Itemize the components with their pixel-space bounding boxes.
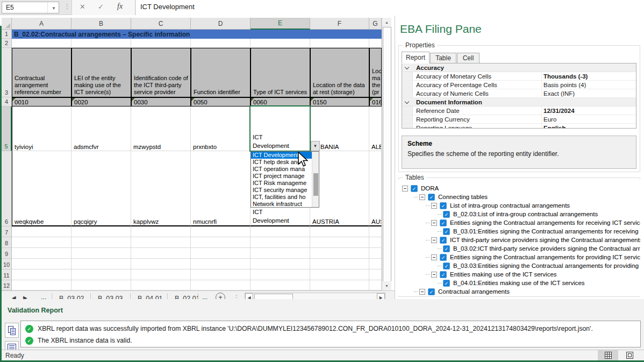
cell-A12[interactable] bbox=[12, 280, 71, 290]
cell-B12[interactable] bbox=[71, 280, 131, 290]
row-header-1[interactable]: 1 bbox=[2, 30, 12, 39]
data-cell-E5[interactable]: ICT Development bbox=[251, 107, 310, 151]
data-cell-D5[interactable]: prxnbxto bbox=[191, 107, 251, 151]
tree-collapse-icon[interactable] bbox=[419, 289, 425, 295]
scroll-up-icon[interactable]: ▲ bbox=[382, 18, 391, 27]
cell-A9[interactable] bbox=[12, 248, 71, 259]
tree-item-label[interactable]: List of intra-group contractual arrangem… bbox=[450, 202, 570, 209]
cell-D11[interactable] bbox=[191, 269, 251, 280]
cell-E2[interactable] bbox=[251, 39, 310, 48]
property-value[interactable]: English bbox=[543, 125, 566, 129]
tree-collapse-icon[interactable] bbox=[431, 272, 437, 278]
cell-E11[interactable] bbox=[251, 269, 310, 280]
cell-C2[interactable] bbox=[131, 39, 191, 48]
dropdown-item[interactable]: Network infrastruct bbox=[251, 201, 312, 208]
cell-A8[interactable] bbox=[12, 237, 71, 248]
column-header-E[interactable]: E bbox=[251, 18, 310, 30]
cell-D12[interactable] bbox=[191, 280, 251, 290]
column-header-C[interactable]: C bbox=[131, 18, 191, 30]
tree-collapse-icon[interactable] bbox=[402, 186, 408, 191]
row-header-6[interactable]: 6 bbox=[2, 151, 12, 226]
cell-E7[interactable] bbox=[251, 226, 310, 237]
code-cell-F4[interactable]: 0150 bbox=[310, 97, 369, 107]
tree-item-label[interactable]: ICT third-party service providers signin… bbox=[450, 237, 640, 243]
tree-item[interactable]: ✓B_03.03:Entities signing the Contractua… bbox=[438, 261, 640, 270]
row-header-10[interactable]: 10 bbox=[2, 259, 12, 269]
cell-A10[interactable] bbox=[12, 259, 71, 269]
tree-item[interactable]: ✓ICT third-party service providers signi… bbox=[426, 236, 640, 244]
dropdown-scrollbar[interactable] bbox=[312, 152, 319, 207]
data-cell-A6[interactable]: weqkqwbe bbox=[12, 151, 71, 226]
cell-B11[interactable] bbox=[71, 269, 131, 280]
cell-E12[interactable] bbox=[251, 280, 310, 290]
row-header-2[interactable]: 2 bbox=[2, 39, 12, 48]
column-header-F[interactable]: F bbox=[310, 18, 369, 30]
tree-item[interactable]: ✓DORA bbox=[402, 184, 439, 193]
dropdown-scrollbar-thumb[interactable] bbox=[313, 173, 318, 196]
row-header-7[interactable]: 7 bbox=[2, 226, 12, 237]
data-cell-A5[interactable]: tyivioyi bbox=[12, 107, 71, 151]
row-header-9[interactable]: 9 bbox=[2, 248, 12, 259]
tree-checkbox-checked[interactable]: ✓ bbox=[440, 237, 447, 244]
tree-collapse-icon[interactable] bbox=[431, 203, 437, 209]
cell-D10[interactable] bbox=[191, 259, 251, 269]
cell-F10[interactable] bbox=[310, 259, 369, 269]
cell-A2[interactable] bbox=[12, 39, 71, 48]
tree-item[interactable]: ✓Entities making use of the ICT services bbox=[426, 270, 557, 279]
tree-item-label[interactable]: B_04.01:Entities making use of the ICT s… bbox=[453, 280, 585, 286]
scroll-down-icon[interactable]: ▼ bbox=[382, 281, 391, 290]
cell-B2[interactable] bbox=[71, 39, 131, 48]
cell-G8[interactable] bbox=[369, 237, 382, 248]
tree-item-label[interactable]: B_02.03:List of intra-group contractual … bbox=[453, 211, 598, 217]
tree-item-label[interactable]: Entities making use of the ICT services bbox=[450, 271, 557, 278]
tree-checkbox-checked[interactable]: ✓ bbox=[443, 280, 450, 287]
tree-item-label[interactable]: Entities signing the Contractual arrange… bbox=[450, 219, 640, 226]
header-cell-G3[interactable]: Loc ma the (pr bbox=[369, 48, 382, 97]
header-cell-B3[interactable]: LEI of the entity making use of the ICT … bbox=[71, 48, 131, 97]
tree-item-label[interactable]: Connecting tables bbox=[438, 194, 488, 200]
tree-checkbox-checked[interactable]: ✓ bbox=[440, 271, 447, 278]
cell-C7[interactable] bbox=[131, 226, 191, 237]
cell-A11[interactable] bbox=[12, 269, 71, 280]
tree-item[interactable]: ✓B_02.03:List of intra-group contractual… bbox=[438, 210, 598, 218]
cell-C9[interactable] bbox=[131, 248, 191, 259]
tree-checkbox-checked[interactable]: ✓ bbox=[443, 211, 450, 218]
in-cell-dropdown-button[interactable]: ▼ bbox=[311, 141, 320, 151]
cell-E8[interactable] bbox=[251, 237, 310, 248]
tree-item[interactable]: ✓B_03.02:ICT third-party service provide… bbox=[438, 244, 640, 253]
tree-item-label[interactable]: B_03.03:Entities signing the Contractual… bbox=[453, 262, 640, 269]
column-header-A[interactable]: A bbox=[12, 18, 71, 30]
cell-B8[interactable] bbox=[71, 237, 131, 248]
data-cell-C6[interactable]: kapplvwz bbox=[131, 151, 191, 226]
tree-checkbox-checked[interactable]: ✓ bbox=[428, 194, 435, 201]
tree-collapse-icon[interactable] bbox=[431, 254, 437, 260]
row-header-4[interactable]: 4 bbox=[2, 97, 12, 107]
tree-item[interactable]: ✓B_03.01:Entities signing the Contractua… bbox=[438, 227, 640, 236]
code-cell-G4[interactable]: 016 bbox=[369, 97, 382, 107]
property-value[interactable]: 12/31/2024 bbox=[543, 108, 575, 114]
column-header-G[interactable]: G bbox=[369, 18, 382, 30]
header-cell-D3[interactable]: Function identifier bbox=[191, 48, 251, 97]
properties-tab-report[interactable]: Report bbox=[402, 52, 430, 63]
cell-F2[interactable] bbox=[310, 39, 369, 48]
cell-D9[interactable] bbox=[191, 248, 251, 259]
dropdown-item[interactable]: ICT project manage bbox=[251, 173, 312, 180]
cell-F11[interactable] bbox=[310, 269, 369, 280]
code-cell-E4[interactable]: 0060 bbox=[251, 97, 310, 107]
enter-icon[interactable]: ✓ bbox=[98, 3, 104, 11]
formula-input[interactable]: ICT Development bbox=[136, 0, 644, 15]
cell-G2[interactable] bbox=[369, 39, 382, 48]
code-cell-B4[interactable]: 0020 bbox=[71, 97, 131, 107]
tree-checkbox-checked[interactable]: ✓ bbox=[443, 245, 450, 252]
cell-F9[interactable] bbox=[310, 248, 369, 259]
row-header-8[interactable]: 8 bbox=[2, 237, 12, 248]
column-header-B[interactable]: B bbox=[71, 18, 131, 30]
vertical-scrollbar-thumb[interactable] bbox=[383, 27, 391, 290]
tree-item[interactable]: ✓List of intra-group contractual arrange… bbox=[426, 201, 570, 210]
property-section-document-information[interactable]: Document Information bbox=[402, 98, 636, 107]
data-cell-D6[interactable]: nmucnrfi bbox=[191, 151, 251, 226]
tree-item-label[interactable]: DORA bbox=[421, 185, 439, 191]
data-cell-G6[interactable]: AUS bbox=[369, 151, 382, 226]
data-cell-B5[interactable]: adsmcfvr bbox=[71, 107, 131, 151]
insert-function-icon[interactable]: fx bbox=[117, 2, 123, 11]
